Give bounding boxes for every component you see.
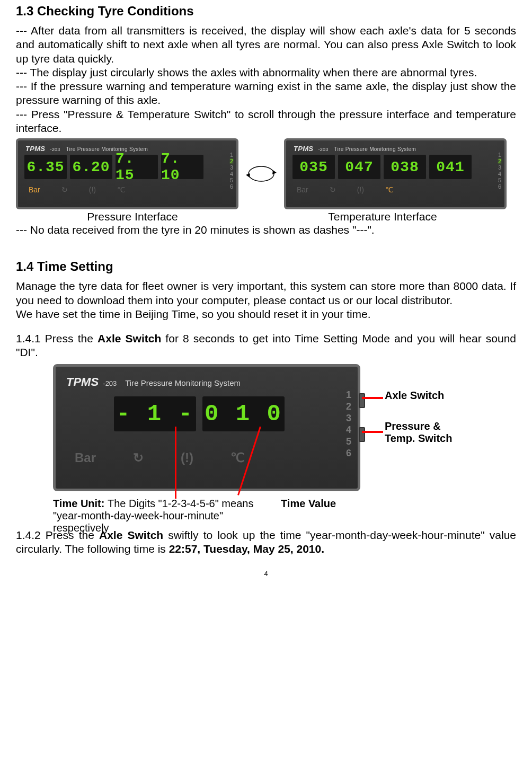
svg-marker-1 [272,170,277,174]
axle-num-3: 3 [346,413,351,423]
bar-icon: Bar [297,185,308,194]
annotation-pt-switch: Pressure &Temp. Switch [385,420,452,445]
bar-icon: Bar [29,185,40,194]
axle-num-5: 5 [346,437,351,446]
brand-label: TPMS [66,375,99,388]
cycle-icon: ↻ [330,185,336,194]
axle-num-5: 5 [498,178,501,183]
cycle-icon: ↻ [133,450,144,465]
axle-index-column: 1 2 3 4 5 6 [230,152,233,190]
page-number: 4 [16,570,516,578]
s13-p1: --- After data from all transmitters is … [16,24,516,66]
s13-p2: --- The display just circularly shows th… [16,66,516,79]
pressure-caption: Pressure Interface [16,210,249,223]
brand-label: TPMS [25,145,45,153]
temp-digit-4: 041 [429,155,472,179]
heading-1-4: 1.4 Time Setting [16,259,516,274]
axle-num-4: 4 [498,171,501,177]
axle-num-4: 4 [346,425,351,435]
brand-label: TPMS [294,145,313,153]
swap-arrows-icon [243,158,280,190]
pressure-digit-3: 7. 15 [116,155,158,179]
s14-141: 1.4.1 Press the Axle Switch for 8 second… [16,332,516,360]
tagline-label: Tire Pressure Monitoring System [125,378,241,387]
temp-digit-2: 047 [338,155,380,179]
temp-icon: ℃ [230,450,245,465]
axle-num-2: 2 [498,158,501,164]
pressure-digit-2: 6.20 [70,155,112,179]
axle-switch-button[interactable] [359,393,365,408]
temp-icon: ℃ [117,185,126,194]
axle-index-column: 1 2 3 4 5 6 [498,152,501,190]
pressure-panel: TPMS -203 Tire Pressure Monitoring Syste… [16,138,238,209]
annotation-axle-switch: Axle Switch [385,390,444,402]
warn-icon: (!) [89,185,96,194]
model-label: -203 [318,147,328,152]
annotation-time-unit: Time Unit: The Digits "1-2-3-4-5-6" mean… [53,498,276,534]
axle-num-1: 1 [230,152,233,158]
axle-num-4: 4 [230,171,233,177]
time-digit-left: - 1 - [114,396,196,431]
axle-num-3: 3 [230,165,233,171]
svg-marker-2 [246,173,250,178]
axle-num-1: 1 [498,152,501,158]
axle-index-column: 1 2 3 4 5 6 [346,390,351,458]
axle-num-3: 3 [498,165,501,171]
temperature-caption: Temperature Interface [249,210,516,223]
cycle-icon: ↻ [61,185,68,194]
s13-p5: --- No data received from the tyre in 20… [16,223,516,237]
axle-num-6: 6 [498,184,501,190]
s13-p4: --- Press "Pressure & Temperature Switch… [16,108,516,136]
temp-digit-1: 035 [292,155,335,179]
temperature-panel: TPMS -203 Tire Pressure Monitoring Syste… [284,138,507,209]
axle-num-6: 6 [346,448,351,458]
model-label: -203 [103,379,117,387]
warn-icon: (!) [181,450,193,465]
svg-point-0 [249,166,274,181]
display-panels-row: TPMS -203 Tire Pressure Monitoring Syste… [16,138,516,209]
axle-num-1: 1 [346,390,351,400]
warn-icon: (!) [357,185,364,194]
time-setting-panel: TPMS -203 Tire Pressure Monitoring Syste… [53,364,360,491]
heading-1-3: 1.3 Checking Tyre Conditions [16,4,516,19]
temp-digit-3: 038 [384,155,426,179]
bar-icon: Bar [75,450,96,465]
temp-icon: ℃ [385,185,394,194]
axle-num-2: 2 [346,402,351,411]
pressure-digit-4: 7. 10 [161,155,203,179]
pressure-digit-1: 6.35 [24,155,67,179]
model-label: -203 [50,147,60,152]
pressure-temp-switch-button[interactable] [359,427,365,442]
axle-num-2: 2 [230,158,233,164]
annotation-time-value: Time Value [281,498,336,510]
time-digit-right: 0 1 0 [202,396,285,431]
s13-p3: --- If the pressure warning and temperat… [16,79,516,108]
tagline-label: Tire Pressure Monitoring System [334,146,416,152]
s14-p2: We have set the time in Beijing Time, so… [16,307,516,321]
axle-num-6: 6 [230,184,233,190]
s14-p1: Manage the tyre data for fleet owner is … [16,279,516,307]
axle-num-5: 5 [230,178,233,183]
